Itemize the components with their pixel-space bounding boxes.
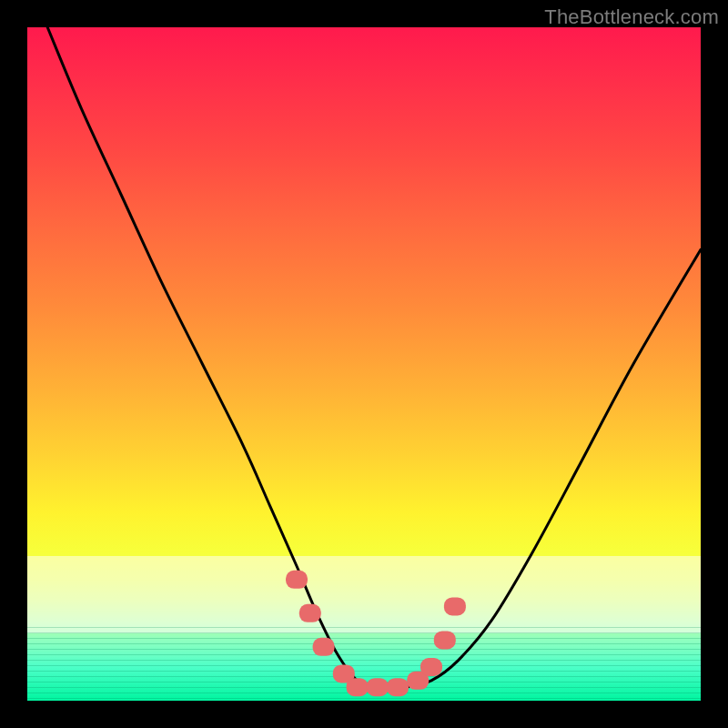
curve-marker	[333, 664, 355, 682]
chart-frame: TheBottleneck.com	[0, 0, 728, 728]
watermark-text: TheBottleneck.com	[544, 5, 719, 29]
curve-marker	[387, 678, 409, 696]
curve-marker	[347, 678, 369, 696]
curve-marker	[313, 638, 335, 656]
curve-marker	[420, 658, 442, 676]
plot-area	[27, 27, 701, 701]
curve-marker	[444, 597, 466, 615]
bottleneck-curve	[47, 27, 701, 688]
curve-layer	[27, 27, 701, 701]
curve-marker	[286, 571, 308, 589]
bottom-stripes	[27, 627, 701, 701]
curve-marker	[367, 678, 389, 696]
curve-marker	[299, 604, 321, 622]
curve-marker	[434, 631, 456, 649]
curve-marker	[407, 672, 429, 690]
pale-band	[27, 556, 701, 633]
